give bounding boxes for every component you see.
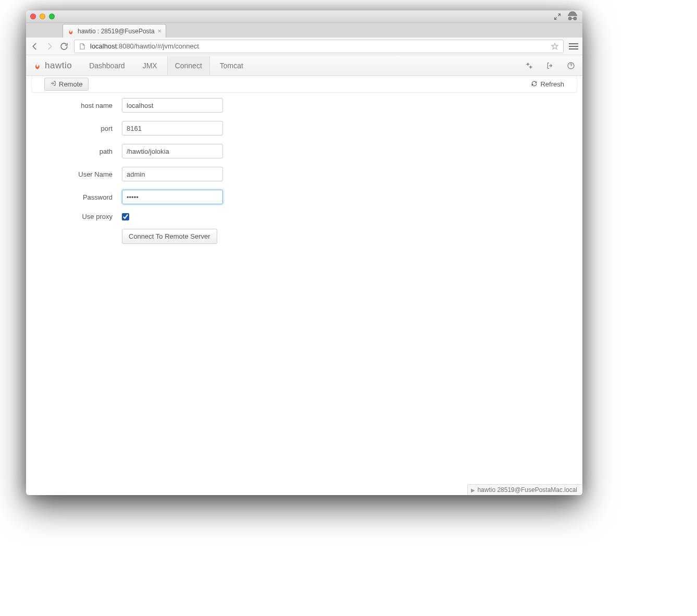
- path-label: path: [39, 147, 122, 155]
- caret-right-icon: ▶: [471, 487, 475, 493]
- subnav-bar: Remote Refresh: [31, 76, 577, 93]
- bookmark-star-icon[interactable]: [551, 42, 559, 51]
- password-input[interactable]: [122, 190, 223, 204]
- app-navbar: hawtio Dashboard JMX Connect Tomcat: [26, 55, 582, 76]
- logout-icon[interactable]: [546, 61, 554, 70]
- svg-point-1: [530, 66, 532, 68]
- refresh-button[interactable]: Refresh: [531, 80, 564, 89]
- port-label: port: [39, 125, 122, 132]
- help-icon[interactable]: [567, 61, 575, 70]
- forward-button[interactable]: [45, 42, 54, 51]
- flame-icon: [67, 28, 74, 35]
- reload-button[interactable]: [59, 42, 69, 51]
- window-controls: [30, 14, 55, 19]
- back-button[interactable]: [30, 42, 40, 51]
- svg-point-0: [527, 63, 529, 65]
- username-label: User Name: [39, 170, 122, 178]
- close-window-button[interactable]: [30, 14, 36, 19]
- status-bar-text: hawtio 28519@FusePostaMac.local: [477, 486, 577, 494]
- login-arrow-icon: [50, 80, 56, 88]
- remote-tab-label: Remote: [59, 80, 83, 88]
- browser-tab-strip: hawtio : 28519@FusePosta ×: [26, 23, 582, 38]
- expand-icon[interactable]: [553, 13, 562, 21]
- zoom-window-button[interactable]: [49, 14, 55, 19]
- nav-connect[interactable]: Connect: [167, 56, 210, 75]
- url-text: localhost:8080/hawtio/#/jvm/connect: [90, 42, 199, 50]
- flame-icon: [33, 61, 42, 70]
- address-bar[interactable]: localhost:8080/hawtio/#/jvm/connect: [74, 40, 564, 53]
- incognito-icon: [567, 10, 578, 23]
- username-input[interactable]: [122, 167, 223, 181]
- nav-dashboard[interactable]: Dashboard: [81, 56, 133, 75]
- brand[interactable]: hawtio: [33, 60, 79, 71]
- use-proxy-label: Use proxy: [39, 213, 122, 220]
- browser-window: hawtio : 28519@FusePosta × localhost:808…: [26, 10, 582, 495]
- url-host: localhost: [90, 42, 117, 50]
- browser-toolbar: localhost:8080/hawtio/#/jvm/connect: [26, 38, 582, 55]
- minimize-window-button[interactable]: [40, 14, 45, 19]
- settings-icon[interactable]: [525, 61, 533, 70]
- chrome-menu-button[interactable]: [569, 43, 578, 50]
- connect-form: host name port path User Name Password U…: [26, 93, 582, 249]
- password-label: Password: [39, 193, 122, 201]
- connect-button[interactable]: Connect To Remote Server: [122, 229, 217, 244]
- page-icon: [79, 43, 86, 50]
- use-proxy-checkbox[interactable]: [122, 213, 129, 220]
- os-titlebar: [26, 10, 582, 23]
- app-content: hawtio Dashboard JMX Connect Tomcat Re: [26, 55, 582, 495]
- hostname-label: host name: [39, 102, 122, 109]
- browser-tab-title: hawtio : 28519@FusePosta: [78, 28, 155, 35]
- hostname-input[interactable]: [122, 98, 223, 113]
- remote-tab-button[interactable]: Remote: [44, 78, 89, 91]
- brand-label: hawtio: [45, 60, 72, 71]
- refresh-label: Refresh: [540, 80, 564, 88]
- url-path: :8080/hawtio/#/jvm/connect: [117, 42, 199, 50]
- path-input[interactable]: [122, 144, 223, 158]
- port-input[interactable]: [122, 121, 223, 135]
- nav-jmx[interactable]: JMX: [135, 56, 165, 75]
- browser-tab[interactable]: hawtio : 28519@FusePosta ×: [63, 24, 166, 38]
- refresh-icon: [531, 80, 538, 89]
- nav-tomcat[interactable]: Tomcat: [212, 56, 251, 75]
- status-bar: ▶ hawtio 28519@FusePostaMac.local: [467, 484, 582, 495]
- close-tab-icon[interactable]: ×: [155, 27, 162, 35]
